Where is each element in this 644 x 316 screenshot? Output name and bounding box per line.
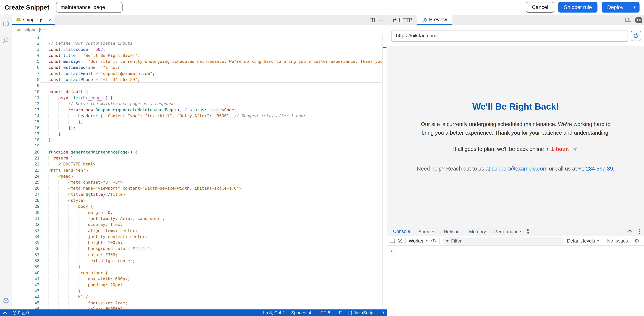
code-line[interactable]: 17 }, xyxy=(12,131,387,137)
console-output[interactable]: › xyxy=(388,246,644,316)
code-line[interactable]: 25 <meta charset="UTF-8"> xyxy=(12,179,387,185)
deploy-dropdown-caret[interactable]: ▾ xyxy=(630,2,640,13)
flask-icon[interactable] xyxy=(526,227,530,236)
code-line[interactable]: 26 <meta name="viewport" content="width=… xyxy=(12,185,387,191)
code-line[interactable]: 3const statusCode = 503; xyxy=(12,47,387,53)
code-line[interactable]: 2// Define your customizable inputs xyxy=(12,40,387,46)
code-line[interactable]: 32 display: flex; xyxy=(12,222,387,228)
docs-book-icon[interactable] xyxy=(623,15,634,25)
breadcrumb[interactable]: JS snippet.js › ... xyxy=(12,25,387,35)
more-actions-icon[interactable] xyxy=(377,15,387,25)
snippet-name-input[interactable]: maintenance_page xyxy=(56,2,122,13)
indentation-setting[interactable]: Spaces: 4 xyxy=(291,310,311,315)
issues-counter[interactable]: No Issues xyxy=(607,238,628,244)
code-line[interactable]: 9 xyxy=(12,83,387,89)
discord-icon[interactable] xyxy=(634,15,644,25)
code-line[interactable]: 8const contactPhone = "+1 234 567 89"; xyxy=(12,77,387,83)
code-line[interactable]: 31 font-family: Arial, sans-serif; xyxy=(12,216,387,222)
code-line[interactable]: 12 // Serve the maintenance page as a re… xyxy=(12,101,387,107)
console-filter-input[interactable]: Filter xyxy=(442,237,564,245)
deploy-button[interactable]: Deploy xyxy=(602,2,629,13)
code-line[interactable]: 20function generateMaintenancePage() { xyxy=(12,149,387,155)
console-settings-gear-icon[interactable]: ⚙ xyxy=(632,238,642,244)
code-line[interactable]: 19 xyxy=(12,143,387,149)
files-icon[interactable] xyxy=(2,20,10,27)
tab-http[interactable]: ⇄ HTTP xyxy=(388,15,417,25)
code-line[interactable]: 28 <style> xyxy=(12,197,387,203)
code-line[interactable]: 5const message = "Our site is currently … xyxy=(12,59,387,65)
cancel-button[interactable]: Cancel xyxy=(526,2,554,13)
devtools-tab-network[interactable]: Network xyxy=(440,227,465,236)
code-line[interactable]: 15 }, xyxy=(12,119,387,125)
context-selector[interactable]: Worker▼ xyxy=(409,238,428,244)
devtools-tab-console[interactable]: Console xyxy=(389,227,414,236)
code-line[interactable]: 40 .container { xyxy=(12,270,387,276)
code-line[interactable]: 38 text-align: center; xyxy=(12,258,387,264)
close-tab-icon[interactable]: × xyxy=(49,17,52,23)
snippet-rule-button[interactable]: Snippet rule xyxy=(558,2,597,13)
clear-console-icon[interactable] xyxy=(398,239,402,243)
split-editor-icon[interactable] xyxy=(368,15,377,25)
code-line[interactable]: 1 xyxy=(12,35,387,40)
eol-setting[interactable]: LF xyxy=(336,310,342,315)
code-line[interactable]: 33 align-items: center; xyxy=(12,228,387,234)
log-levels-dropdown[interactable]: Default levels▼ xyxy=(567,238,600,244)
refresh-button[interactable] xyxy=(631,31,641,41)
code-line[interactable]: 27 <title>${title}</title> xyxy=(12,191,387,197)
code-line[interactable]: 37 color: #333; xyxy=(12,252,387,258)
url-input[interactable]: https://nikitac.com xyxy=(391,30,628,42)
settings-gear-icon[interactable]: ⚙ xyxy=(2,297,10,304)
phone-link[interactable]: +1 234 567 89 xyxy=(578,166,613,172)
code-line[interactable]: 30 margin: 0; xyxy=(12,210,387,216)
breadcrumb-file[interactable]: snippet.js xyxy=(23,27,42,33)
devtools-tab-performance[interactable]: Performance xyxy=(490,227,525,236)
support-email-link[interactable]: support@example.com xyxy=(492,166,548,172)
code-line[interactable]: 11 async fetch(request) { xyxy=(12,95,387,101)
code-lines[interactable]: 12// Define your customizable inputs3con… xyxy=(12,35,387,309)
deploy-split-button[interactable]: Deploy ▾ xyxy=(602,2,640,13)
console-prompt-chevron[interactable]: › xyxy=(391,247,393,253)
devtools-tabs[interactable]: ConsoleSourcesNetworkMemoryPerformance xyxy=(389,227,525,236)
code-line[interactable]: 39 } xyxy=(12,264,387,270)
code-line[interactable]: 46 color: #0056b3; xyxy=(12,306,387,309)
code-editor[interactable]: 12// Define your customizable inputs3con… xyxy=(12,35,387,309)
code-line[interactable]: 45 font-size: 2rem; xyxy=(12,300,387,306)
code-line[interactable]: 35 height: 100vh; xyxy=(12,240,387,246)
devtools-tab-memory[interactable]: Memory xyxy=(465,227,490,236)
tab-preview[interactable]: ◎ Preview xyxy=(417,15,452,25)
code-line[interactable]: 43 } xyxy=(12,288,387,294)
code-line[interactable]: 4const title = "We'll Be Right Back!"; xyxy=(12,53,387,59)
search-icon[interactable] xyxy=(2,37,10,44)
live-expression-eye-icon[interactable] xyxy=(431,239,436,242)
tab-snippet-js[interactable]: JS snippet.js × xyxy=(12,15,55,25)
code-line[interactable]: 41 max-width: 600px; xyxy=(12,276,387,282)
devtools-more-icon[interactable] xyxy=(635,227,644,236)
code-line[interactable]: 22 <!DOCTYPE html> xyxy=(12,161,387,167)
notifications-bell-icon[interactable] xyxy=(381,311,384,314)
breadcrumb-more[interactable]: ... xyxy=(48,27,52,33)
cursor-position[interactable]: Ln 8, Col 2 xyxy=(263,310,285,315)
code-line[interactable]: 13 return new Response(generateMaintenan… xyxy=(12,107,387,113)
code-line[interactable]: 34 justify-content: center; xyxy=(12,234,387,240)
code-line[interactable]: 44 h1 { xyxy=(12,294,387,300)
code-line[interactable]: 10export default { xyxy=(12,89,387,95)
encoding-setting[interactable]: UTF-8 xyxy=(318,310,330,315)
code-line[interactable]: 18}; xyxy=(12,137,387,143)
code-line[interactable]: 14 headers: { "Content-Type": "text/html… xyxy=(12,113,387,119)
devtools-tab-sources[interactable]: Sources xyxy=(414,227,440,236)
language-mode[interactable]: { } JavaScript xyxy=(348,310,374,315)
code-line[interactable]: 29 body { xyxy=(12,203,387,209)
code-line[interactable]: 24 <head> xyxy=(12,173,387,179)
remote-indicator-icon[interactable]: >< xyxy=(3,310,7,315)
problems-status[interactable]: × 0 △ 0 xyxy=(13,310,29,315)
devtools-settings-gear-icon[interactable]: ⚙ xyxy=(625,227,635,236)
code-line[interactable]: 36 background-color: #f4f4f4; xyxy=(12,246,387,252)
code-line[interactable]: 6const estimatedTime = "1 hour"; xyxy=(12,65,387,71)
editor-scrollbar[interactable] xyxy=(382,35,387,309)
code-line[interactable]: 16 }); xyxy=(12,125,387,131)
code-line[interactable]: 21 return ` xyxy=(12,155,387,161)
code-line[interactable]: 7const contactEmail = "support@example.c… xyxy=(12,71,387,77)
code-line[interactable]: 23<html lang="en"> xyxy=(12,167,387,173)
code-line[interactable]: 42 padding: 20px; xyxy=(12,282,387,288)
console-sidebar-icon[interactable]: ▸ xyxy=(390,239,395,243)
